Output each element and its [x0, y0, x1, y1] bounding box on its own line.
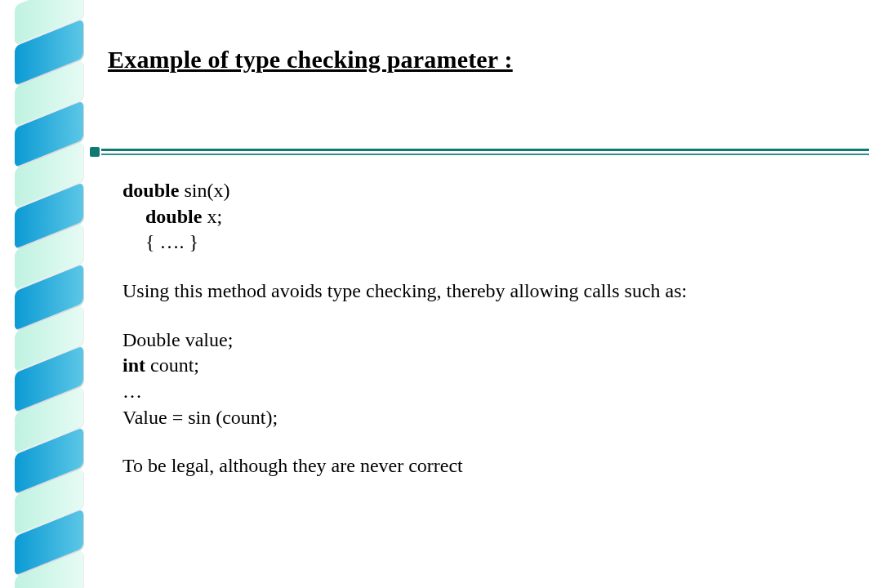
code-text: … — [122, 379, 858, 405]
paragraph: Using this method avoids type checking, … — [122, 278, 858, 305]
code-text: { …. } — [122, 229, 858, 256]
code-text: sin(x) — [179, 180, 229, 201]
slide-body: double sin(x) double x; { …. } Using thi… — [122, 178, 858, 502]
paragraph: To be legal, although they are never cor… — [122, 453, 858, 479]
keyword-double: double — [145, 206, 202, 227]
slide-title: Example of type checking parameter : — [108, 46, 513, 74]
code-text: Value = sin (count); — [122, 405, 858, 431]
keyword-int: int — [122, 354, 145, 376]
code-text: count; — [145, 354, 199, 376]
code-text: x; — [202, 206, 222, 227]
code-block-1: double sin(x) double x; { …. } — [122, 178, 858, 256]
keyword-double: double — [122, 180, 179, 201]
slide: Example of type checking parameter : dou… — [0, 0, 882, 588]
code-block-2: Double value; int count; … Value = sin (… — [122, 327, 858, 431]
code-text: Double value; — [122, 327, 858, 354]
divider — [90, 145, 869, 158]
